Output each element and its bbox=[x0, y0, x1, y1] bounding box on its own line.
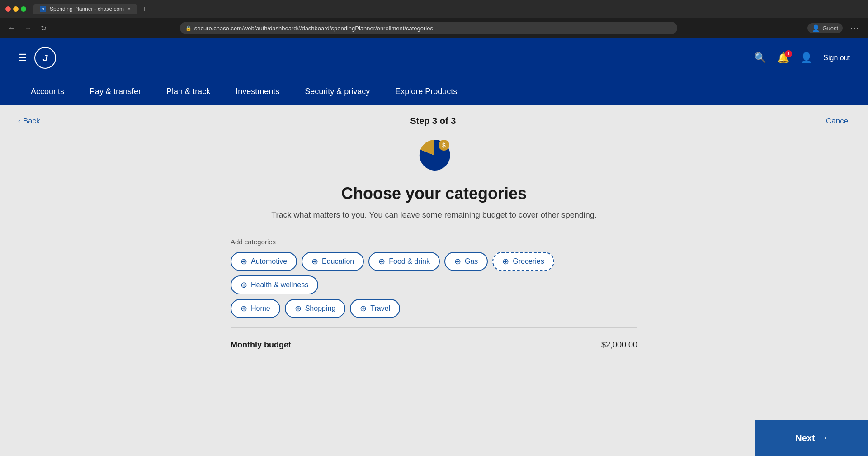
pie-svg: $ bbox=[416, 137, 452, 173]
profile-label: Guest bbox=[822, 25, 838, 32]
next-label: Next bbox=[795, 433, 815, 443]
chip-label: Gas bbox=[465, 257, 478, 266]
category-chip-food-drink[interactable]: ⊕ Food & drink bbox=[368, 252, 440, 271]
categories-row-2: ⊕ Home ⊕ Shopping ⊕ Travel bbox=[231, 299, 637, 318]
center-content: $ Choose your categories Track what matt… bbox=[0, 137, 868, 393]
nav-investments[interactable]: Investments bbox=[223, 78, 292, 105]
browser-tab[interactable]: J Spending Planner - chase.com × bbox=[33, 4, 137, 14]
chip-plus-icon: ⊕ bbox=[454, 257, 461, 266]
sign-out-btn[interactable]: Sign out bbox=[823, 54, 850, 62]
nav-back-btn[interactable]: ← bbox=[5, 22, 18, 34]
step-indicator: Step 3 of 3 bbox=[410, 116, 456, 126]
tab-favicon: J bbox=[40, 6, 46, 12]
add-categories-label: Add categories bbox=[231, 238, 637, 246]
step-bar: ‹ Back Step 3 of 3 Cancel bbox=[0, 105, 868, 137]
next-arrow-icon: → bbox=[820, 433, 828, 443]
chip-label: Shopping bbox=[305, 304, 336, 313]
window-minimize-btn[interactable] bbox=[13, 6, 19, 12]
chip-label: Automotive bbox=[251, 257, 287, 266]
chip-plus-icon: ⊕ bbox=[295, 304, 302, 313]
svg-text:$: $ bbox=[442, 142, 446, 149]
notifications-btn[interactable]: 🔔 1 bbox=[777, 52, 789, 64]
budget-amount: $2,000.00 bbox=[601, 340, 637, 350]
next-btn[interactable]: Next → bbox=[755, 420, 868, 456]
category-chip-travel[interactable]: ⊕ Travel bbox=[350, 299, 400, 318]
categories-section: Add categories ⊕ Automotive ⊕ Education … bbox=[231, 238, 637, 357]
chip-plus-icon: ⊕ bbox=[241, 304, 247, 313]
budget-row: Monthly budget $2,000.00 bbox=[231, 327, 637, 357]
address-bar[interactable]: 🔒 secure.chase.com/web/auth/dashboard#/d… bbox=[180, 22, 677, 34]
nav-security-privacy[interactable]: Security & privacy bbox=[292, 78, 382, 105]
chase-header: ☰ J 🔍 🔔 1 👤 Sign out bbox=[0, 38, 868, 78]
tab-close-btn[interactable]: × bbox=[127, 6, 131, 12]
more-options-btn[interactable]: ⋯ bbox=[846, 21, 863, 35]
budget-label: Monthly budget bbox=[231, 340, 291, 350]
window-close-btn[interactable] bbox=[5, 6, 11, 12]
nav-refresh-btn[interactable]: ↻ bbox=[38, 22, 49, 34]
address-url: secure.chase.com/web/auth/dashboard#/das… bbox=[194, 25, 433, 32]
bell-badge: 1 bbox=[785, 50, 792, 57]
cancel-btn[interactable]: Cancel bbox=[826, 117, 850, 126]
category-chip-gas[interactable]: ⊕ Gas bbox=[444, 252, 488, 271]
chip-plus-icon: ⊕ bbox=[241, 281, 247, 289]
category-chip-groceries[interactable]: ⊕ Groceries bbox=[492, 252, 554, 271]
nav-forward-btn[interactable]: → bbox=[22, 22, 34, 34]
browser-chrome: J Spending Planner - chase.com × + bbox=[0, 0, 868, 18]
page-subtitle: Track what matters to you. You can leave… bbox=[271, 210, 597, 220]
address-bar-row: ← → ↻ 🔒 secure.chase.com/web/auth/dashbo… bbox=[0, 18, 868, 38]
categories-row-1: ⊕ Automotive ⊕ Education ⊕ Food & drink … bbox=[231, 252, 637, 294]
chip-plus-icon: ⊕ bbox=[311, 257, 318, 266]
search-btn[interactable]: 🔍 bbox=[754, 52, 766, 64]
hamburger-menu-btn[interactable]: ☰ bbox=[18, 52, 27, 64]
back-chevron-icon: ‹ bbox=[18, 118, 20, 125]
category-chip-automotive[interactable]: ⊕ Automotive bbox=[231, 252, 297, 271]
chase-logo[interactable]: J bbox=[34, 47, 56, 69]
chip-label: Groceries bbox=[513, 257, 544, 266]
main-content: ‹ Back Step 3 of 3 Cancel $ Choose your … bbox=[0, 105, 868, 431]
category-chip-health-wellness[interactable]: ⊕ Health & wellness bbox=[231, 276, 318, 294]
category-chip-education[interactable]: ⊕ Education bbox=[302, 252, 364, 271]
nav-bar: Accounts Pay & transfer Plan & track Inv… bbox=[0, 78, 868, 105]
chip-label: Education bbox=[322, 257, 354, 266]
pie-chart-icon: $ bbox=[416, 137, 452, 175]
nav-pay-transfer[interactable]: Pay & transfer bbox=[77, 78, 154, 105]
chip-plus-icon: ⊕ bbox=[502, 257, 509, 266]
category-chip-shopping[interactable]: ⊕ Shopping bbox=[285, 299, 346, 318]
new-tab-btn[interactable]: + bbox=[139, 5, 150, 13]
chip-label: Travel bbox=[370, 304, 390, 313]
user-profile-btn[interactable]: 👤 bbox=[800, 52, 812, 64]
chip-plus-icon: ⊕ bbox=[378, 257, 385, 266]
back-label: Back bbox=[23, 117, 40, 126]
back-btn[interactable]: ‹ Back bbox=[18, 117, 40, 126]
chip-label: Home bbox=[251, 304, 270, 313]
header-right: 🔍 🔔 1 👤 Sign out bbox=[754, 52, 850, 64]
profile-icon: 👤 bbox=[812, 24, 820, 32]
tab-label: Spending Planner - chase.com bbox=[50, 6, 124, 12]
chip-plus-icon: ⊕ bbox=[360, 304, 367, 313]
next-btn-wrapper: Next → bbox=[755, 420, 868, 456]
category-chip-home[interactable]: ⊕ Home bbox=[231, 299, 280, 318]
window-maximize-btn[interactable] bbox=[21, 6, 26, 12]
chip-label: Food & drink bbox=[389, 257, 430, 266]
chip-plus-icon: ⊕ bbox=[241, 257, 247, 266]
browser-profile[interactable]: 👤 Guest bbox=[807, 23, 843, 33]
nav-plan-track[interactable]: Plan & track bbox=[154, 78, 223, 105]
page-title: Choose your categories bbox=[341, 184, 527, 203]
nav-explore-products[interactable]: Explore Products bbox=[382, 78, 470, 105]
chip-label: Health & wellness bbox=[251, 281, 308, 289]
nav-accounts[interactable]: Accounts bbox=[18, 78, 77, 105]
logo-text: J bbox=[42, 53, 47, 63]
address-lock-icon: 🔒 bbox=[185, 25, 192, 31]
